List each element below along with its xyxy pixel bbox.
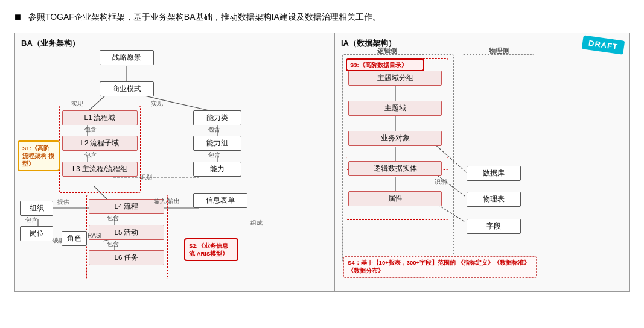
node-nengli-lei: 能力类 [193,110,241,125]
label-zucheng: 组成 [250,219,263,227]
node-l2: L2 流程子域 [62,136,138,151]
node-yewu: 业务对象 [348,131,442,146]
label-rasi: RASI [88,232,101,239]
node-l3: L3 主流程/流程组 [62,162,138,177]
node-nengli-zu: 能力组 [193,136,241,151]
ba-title: BA（业务架构） [21,38,328,49]
header-line: ■ 参照TOGAF企业架构框架，基于业务架构BA基础，推动数据架构IA建设及数据… [14,11,630,24]
node-gangwei: 岗位 [20,226,53,241]
label-gongji: 提供 [57,198,69,206]
s3-bubble: S3:《高阶数据目录》 [346,58,424,71]
ia-section: IA（数据架构） 逻辑侧 物理侧 [335,33,629,291]
label-baohan1: 包含 [84,125,97,134]
label-shibie: 识别 [140,173,152,181]
s2-bubble: S2:《业务信息流 ARIS模型》 [184,238,238,262]
node-wuli-biao: 物理表 [467,192,521,207]
label-baohan7: 包含 [25,216,37,224]
label-shibie-ia: 识别 [435,178,447,186]
node-l4: L4 流程 [89,199,164,214]
node-zhuti: 主题域 [348,101,442,116]
node-luoji-shiti: 逻辑数据实体 [348,161,442,176]
label-shixian2: 实现 [151,99,163,108]
node-l6: L6 任务 [89,250,164,265]
page: ■ 参照TOGAF企业架构框架，基于业务架构BA基础，推动数据架构IA建设及数据… [0,0,644,299]
ba-section: BA（业务架构） [15,33,335,291]
node-shangye: 商业模式 [100,81,154,96]
node-nengli: 能力 [193,162,241,177]
node-shujuku: 数据库 [467,166,521,181]
label-baohan2: 包含 [84,151,97,159]
node-xinxi: 信息表单 [193,193,247,208]
node-zuzhi: 组织 [20,201,53,216]
label-baohan4: 包含 [107,240,119,248]
node-l1: L1 流程域 [62,110,138,125]
label-baohan6: 包含 [208,151,220,159]
header-text: 参照TOGAF企业架构框架，基于业务架构BA基础，推动数据架构IA建设及数据治理… [28,11,381,24]
label-shuru: 输入/输出 [154,197,180,206]
node-zhanlue: 战略愿景 [100,50,154,65]
node-zhuti-fenz: 主题域分组 [348,71,442,86]
label-baohan5: 包含 [208,125,220,134]
node-juese: 角色 [62,231,87,246]
main-diagram: DRAFT BA（业务架构） [14,33,630,292]
node-shuxing: 属性 [348,191,442,206]
s4-bubble: S4：基于【10+报表，300+字段】范围的 《指标定义》《数据标准》《数据分布… [343,256,537,278]
label-baohan3: 包含 [107,214,119,222]
node-ziduan: 字段 [467,219,521,234]
bullet-icon: ■ [14,11,21,24]
s1-bubble: S1:《高阶流程架构 模型》 [18,140,60,172]
